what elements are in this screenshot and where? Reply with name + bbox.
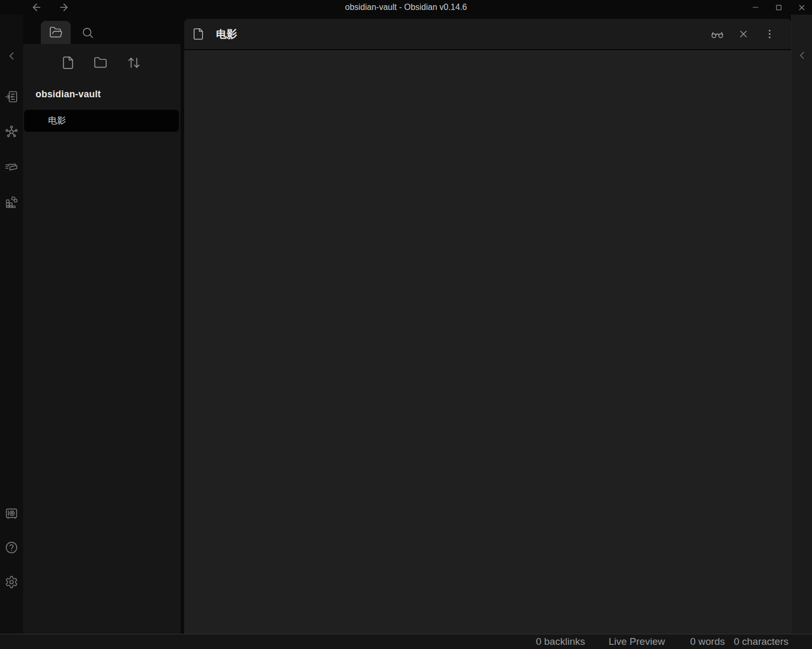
help-icon	[5, 541, 18, 554]
tab-file-explorer[interactable]	[41, 21, 71, 44]
file-item-selected[interactable]: 电影	[24, 110, 179, 132]
new-folder-button[interactable]	[93, 55, 108, 70]
status-word-count: 0 words	[690, 636, 725, 647]
left-sidebar-tabstrip	[23, 15, 181, 44]
new-note-button[interactable]	[61, 55, 75, 70]
folder-motion-icon	[5, 160, 18, 174]
collapse-left-sidebar-button[interactable]	[5, 49, 18, 63]
folder-motion-button[interactable]	[5, 160, 18, 174]
settings-button[interactable]	[5, 575, 18, 589]
new-note-icon	[61, 56, 75, 70]
titlebar: obsidian-vault - Obsidian v0.14.6	[0, 0, 812, 15]
collapse-left-sidebar-icon	[5, 50, 18, 62]
minimize-button[interactable]	[748, 1, 763, 14]
tab-search[interactable]	[73, 21, 103, 44]
view-title: 电影	[216, 27, 237, 41]
status-backlinks[interactable]: 0 backlinks	[536, 636, 585, 647]
expand-right-sidebar-button[interactable]	[796, 49, 808, 62]
status-edit-mode[interactable]: Live Preview	[608, 636, 665, 647]
help-button[interactable]	[5, 541, 18, 554]
more-options-icon	[764, 28, 775, 40]
note-icon	[191, 27, 205, 41]
view-header: 电影	[184, 19, 791, 50]
quick-switcher-icon	[5, 90, 18, 104]
minimize-icon	[751, 3, 760, 12]
quick-switcher-button[interactable]	[5, 90, 18, 104]
file-explorer-panel: obsidian-vault 电影	[23, 44, 181, 634]
obsidian-window: obsidian-vault - Obsidian v0.14.6	[0, 0, 812, 649]
sort-order-button[interactable]	[127, 55, 141, 70]
reading-mode-icon	[710, 27, 724, 41]
status-bar: 0 backlinks Live Preview 0 words 0 chara…	[0, 634, 812, 649]
right-sidebar-collapsed	[791, 15, 812, 634]
folder-tab-icon	[49, 26, 63, 39]
sort-order-icon	[127, 56, 141, 70]
search-icon	[81, 26, 94, 39]
new-folder-icon	[94, 56, 107, 70]
maximize-button[interactable]	[771, 1, 786, 14]
close-icon	[797, 3, 806, 12]
blocks-grid-icon	[5, 196, 18, 209]
maximize-icon	[775, 4, 783, 12]
close-tab-button[interactable]	[737, 28, 750, 40]
editor-content[interactable]	[184, 50, 791, 634]
vault-switcher-icon	[5, 507, 18, 520]
vault-name[interactable]: obsidian-vault	[36, 89, 101, 100]
main-pane: 电影	[184, 19, 791, 634]
blocks-grid-button[interactable]	[5, 196, 18, 209]
collapse-right-sidebar-icon	[796, 49, 808, 62]
close-tab-icon	[738, 28, 749, 40]
left-ribbon	[0, 15, 23, 634]
window-title: obsidian-vault - Obsidian v0.14.6	[0, 0, 812, 15]
explorer-actions	[23, 55, 181, 71]
view-actions	[711, 28, 776, 40]
graph-view-icon	[5, 125, 18, 139]
vault-switcher-button[interactable]	[5, 507, 18, 520]
more-options-button[interactable]	[763, 28, 776, 40]
close-window-button[interactable]	[794, 1, 809, 14]
settings-icon	[5, 575, 18, 589]
status-char-count: 0 characters	[734, 636, 788, 647]
reading-mode-button[interactable]	[711, 28, 724, 40]
graph-view-button[interactable]	[5, 125, 18, 139]
